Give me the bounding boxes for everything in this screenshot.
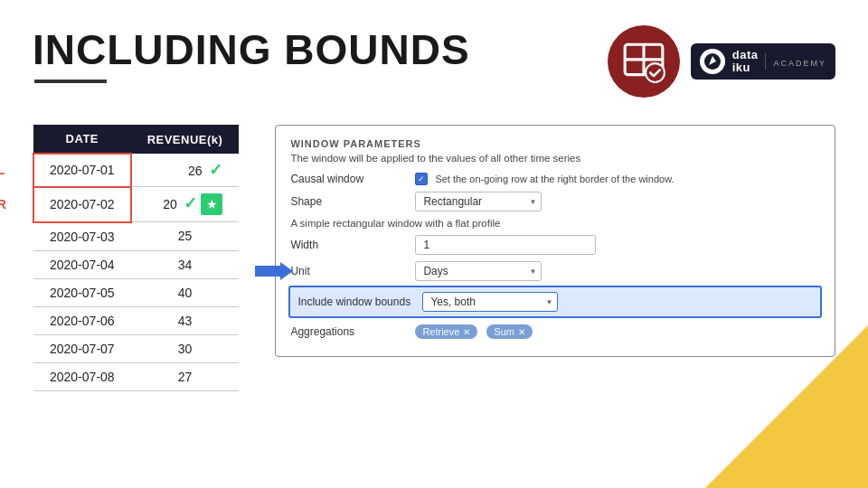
main-content: DATE REVENUE(k) 1 L 2020-07-01 bbox=[0, 107, 868, 391]
date-cell: 2020-07-04 bbox=[33, 250, 131, 278]
sum-tag-label: Sum bbox=[494, 326, 514, 337]
retrieve-tag[interactable]: Retrieve ✕ bbox=[415, 324, 477, 339]
table-row: 2020-07-06 43 bbox=[33, 306, 239, 334]
date-cell: 2020-07-07 bbox=[33, 334, 131, 362]
svg-point-3 bbox=[646, 63, 665, 82]
aggregations-row: Aggregations Retrieve ✕ Sum ✕ bbox=[290, 324, 820, 339]
check-icon: ✓ bbox=[209, 161, 222, 179]
include-bounds-row: Include window bounds Yes, both Yes, lef… bbox=[288, 286, 822, 318]
unit-select-wrapper: Days Weeks Months bbox=[415, 261, 542, 281]
window-icon bbox=[621, 39, 666, 84]
row-letter: L bbox=[0, 163, 5, 177]
check-icon: ✓ bbox=[184, 194, 197, 212]
causal-window-row: Causal window ✓ Set the on-going row at … bbox=[290, 173, 820, 185]
table-row: 0 R 2020-07-02 20 ✓ ★ bbox=[33, 187, 239, 222]
row-letter: R bbox=[0, 197, 6, 211]
col-header-revenue: REVENUE(k) bbox=[131, 125, 240, 154]
title-block: INCLUDING BOUNDS bbox=[33, 25, 470, 83]
include-select-wrapper: Yes, both Yes, left Yes, right No bbox=[422, 292, 558, 312]
window-params-card: WINDOW PARAMETERS The window will be app… bbox=[275, 125, 835, 357]
revenue-cell: 30 bbox=[131, 334, 240, 362]
shape-row: Shape Rectangular Triangular Gaussian bbox=[290, 192, 820, 211]
table-row: 2020-07-04 34 bbox=[33, 250, 239, 278]
unit-label: Unit bbox=[290, 265, 408, 277]
table-row: 2020-07-08 27 bbox=[33, 362, 239, 390]
shape-select-wrapper: Rectangular Triangular Gaussian bbox=[415, 192, 542, 211]
table-wrapper: DATE REVENUE(k) 1 L 2020-07-01 bbox=[33, 125, 239, 391]
revenue-cell: 20 ✓ ★ bbox=[131, 187, 240, 222]
table-header-row: DATE REVENUE(k) bbox=[33, 125, 239, 154]
width-label: Width bbox=[290, 239, 408, 251]
table-row: 2020-07-07 30 bbox=[33, 334, 239, 362]
dataiku-logo-icon bbox=[700, 49, 725, 74]
aggregations-tags: Retrieve ✕ Sum ✕ bbox=[415, 324, 536, 339]
dataiku-bird-icon bbox=[703, 52, 722, 70]
star-badge: ★ bbox=[201, 193, 222, 215]
window-icon-badge bbox=[608, 25, 680, 98]
include-select[interactable]: Yes, both Yes, left Yes, right No bbox=[422, 292, 558, 312]
table-row: 1 L 2020-07-01 26 ✓ bbox=[33, 154, 239, 187]
header: INCLUDING BOUNDS d bbox=[0, 0, 868, 98]
date-cell: 1 L 2020-07-01 bbox=[33, 154, 131, 187]
wp-title: WINDOW PARAMETERS bbox=[290, 138, 820, 149]
revenue-cell: 40 bbox=[131, 278, 240, 306]
shape-label: Shape bbox=[290, 195, 408, 208]
revenue-cell: 34 bbox=[131, 250, 240, 278]
dataiku-academy-label: ACADEMY bbox=[773, 59, 826, 68]
unit-row: Unit Days Weeks Months bbox=[290, 261, 820, 281]
width-row: Width bbox=[290, 235, 820, 255]
shape-select[interactable]: Rectangular Triangular Gaussian bbox=[415, 192, 542, 211]
revenue-cell: 27 bbox=[131, 362, 240, 390]
wp-subtitle: The window will be applied to the values… bbox=[290, 153, 820, 164]
sum-tag[interactable]: Sum ✕ bbox=[486, 324, 533, 339]
sum-tag-remove[interactable]: ✕ bbox=[518, 327, 525, 337]
causal-checkbox[interactable]: ✓ bbox=[415, 173, 428, 185]
blue-arrow bbox=[255, 262, 293, 280]
title-underline bbox=[34, 80, 107, 83]
date-cell: 0 R 2020-07-02 bbox=[33, 187, 131, 222]
retrieve-tag-label: Retrieve bbox=[422, 326, 459, 337]
data-table: DATE REVENUE(k) 1 L 2020-07-01 bbox=[33, 125, 239, 391]
shape-desc: A simple rectangular window with a flat … bbox=[290, 218, 820, 229]
revenue-cell: 43 bbox=[131, 306, 240, 334]
revenue-cell: 25 bbox=[131, 222, 240, 251]
arrow-body bbox=[255, 266, 280, 277]
right-panel: WINDOW PARAMETERS The window will be app… bbox=[275, 125, 835, 391]
col-header-date: DATE bbox=[33, 125, 131, 154]
retrieve-tag-remove[interactable]: ✕ bbox=[463, 327, 470, 337]
academy-divider: ACADEMY bbox=[765, 53, 826, 70]
dataiku-name: dataiku bbox=[732, 49, 759, 75]
date-cell: 2020-07-06 bbox=[33, 306, 131, 334]
include-label: Include window bounds bbox=[297, 296, 415, 308]
causal-label: Causal window bbox=[290, 173, 408, 185]
aggregations-label: Aggregations bbox=[290, 325, 408, 338]
dataiku-logo: dataiku ACADEMY bbox=[691, 43, 835, 80]
table-row: 2020-07-05 40 bbox=[33, 278, 239, 306]
date-cell: 2020-07-05 bbox=[33, 278, 131, 306]
causal-text: Set the on-going row at the right border… bbox=[435, 174, 674, 184]
header-icons: dataiku ACADEMY bbox=[608, 25, 835, 98]
table-row: 2020-07-03 25 bbox=[33, 222, 239, 251]
dataiku-text-block: dataiku bbox=[732, 49, 759, 75]
arrow-container bbox=[255, 262, 293, 280]
arrow-head bbox=[280, 262, 293, 280]
unit-select[interactable]: Days Weeks Months bbox=[415, 261, 542, 281]
table-section: DATE REVENUE(k) 1 L 2020-07-01 bbox=[33, 125, 239, 391]
revenue-cell: 26 ✓ bbox=[131, 154, 240, 187]
width-input[interactable] bbox=[415, 235, 596, 255]
date-cell: 2020-07-03 bbox=[33, 222, 131, 251]
page-title: INCLUDING BOUNDS bbox=[33, 25, 470, 74]
date-cell: 2020-07-08 bbox=[33, 362, 131, 390]
